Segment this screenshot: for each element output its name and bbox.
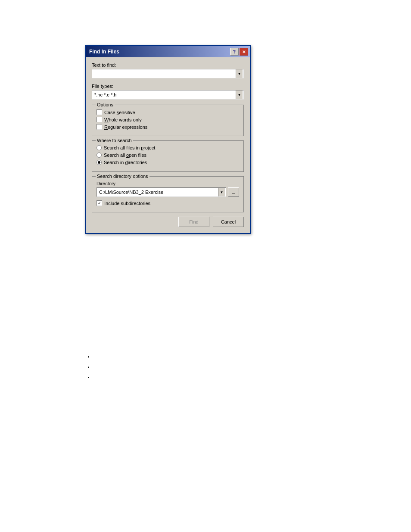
case-sensitive-checkbox[interactable] xyxy=(97,109,102,115)
directory-label: Directory xyxy=(97,181,239,186)
search-directories-label: Search in directories xyxy=(104,160,147,165)
find-button[interactable]: Find xyxy=(178,217,209,227)
text-to-find-label: Text to find: xyxy=(92,62,244,68)
directory-input-row: C:\LM\Source\NB3_2 Exercise ▼ ... xyxy=(97,187,239,197)
directory-dropdown-arrow[interactable]: ▼ xyxy=(218,188,225,196)
text-to-find-input[interactable]: ▼ xyxy=(92,69,244,78)
all-files-project-label: Search all files in project xyxy=(104,145,155,150)
search-directories-radio[interactable] xyxy=(97,160,102,165)
include-subdirs-row: Include subdirectories xyxy=(97,200,239,206)
page-wrapper: Find In Files ? ✕ Text to find: ▼ File t… xyxy=(0,0,411,532)
include-subdirs-label: Include subdirectories xyxy=(104,201,150,206)
file-types-dropdown-arrow[interactable]: ▼ xyxy=(236,90,243,99)
case-sensitive-label: Case sensitive xyxy=(104,110,135,115)
where-to-search-label: Where to search xyxy=(96,138,133,143)
regex-label: Regular expressions xyxy=(104,124,147,130)
bullet-list xyxy=(85,353,93,384)
title-bar-buttons: ? ✕ xyxy=(230,48,248,56)
cancel-button[interactable]: Cancel xyxy=(213,217,244,227)
search-dir-options-label: Search directory options xyxy=(96,174,149,179)
options-content: Case sensitive Whole words only Regular … xyxy=(97,109,239,130)
search-dir-content: Directory C:\LM\Source\NB3_2 Exercise ▼ … xyxy=(97,181,239,206)
close-button[interactable]: ✕ xyxy=(240,48,248,56)
all-open-files-radio[interactable] xyxy=(97,152,102,158)
find-in-files-dialog: Find In Files ? ✕ Text to find: ▼ File t… xyxy=(85,45,251,234)
search-directories-row: Search in directories xyxy=(97,160,239,165)
include-subdirs-checkbox[interactable] xyxy=(97,200,102,206)
file-types-label: File types: xyxy=(92,84,244,89)
file-types-value: *.nc *.c *.h xyxy=(93,92,116,97)
file-types-input[interactable]: *.nc *.c *.h ▼ xyxy=(92,90,244,100)
action-button-row: Find Cancel xyxy=(92,217,244,227)
dialog-title: Find In Files xyxy=(89,49,119,55)
regex-checkbox[interactable] xyxy=(97,124,102,130)
help-button[interactable]: ? xyxy=(230,48,239,56)
regex-row: Regular expressions xyxy=(97,124,239,130)
directory-value: C:\LM\Source\NB3_2 Exercise xyxy=(98,190,163,195)
all-open-files-row: Search all open files xyxy=(97,152,239,158)
text-to-find-dropdown-arrow[interactable]: ▼ xyxy=(236,69,243,78)
whole-words-label: Whole words only xyxy=(104,117,142,122)
directory-input[interactable]: C:\LM\Source\NB3_2 Exercise ▼ xyxy=(97,187,226,197)
case-sensitive-row: Case sensitive xyxy=(97,109,239,115)
all-open-files-label: Search all open files xyxy=(104,152,146,158)
whole-words-checkbox[interactable] xyxy=(97,117,102,122)
dialog-body: Text to find: ▼ File types: *.nc *.c *.h… xyxy=(86,57,250,233)
options-group: Options Case sensitive Whole words only … xyxy=(92,105,244,136)
search-dir-options-group: Search directory options Directory C:\LM… xyxy=(92,176,244,212)
all-files-project-radio[interactable] xyxy=(97,145,102,150)
where-content: Search all files in project Search all o… xyxy=(97,145,239,165)
whole-words-row: Whole words only xyxy=(97,117,239,122)
where-to-search-group: Where to search Search all files in proj… xyxy=(92,140,244,172)
browse-button[interactable]: ... xyxy=(228,187,239,197)
options-group-label: Options xyxy=(96,102,115,107)
title-bar: Find In Files ? ✕ xyxy=(86,46,250,57)
all-files-project-row: Search all files in project xyxy=(97,145,239,150)
